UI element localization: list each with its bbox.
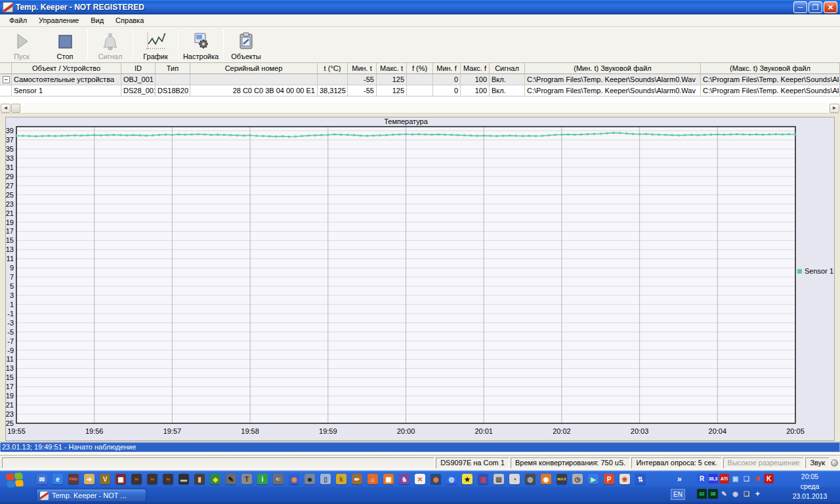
led-temp-38-tray-icon[interactable]: 38 [708,489,718,499]
close-button[interactable]: ✕ [824,1,837,13]
brush-icon[interactable]: ✏ [352,474,362,484]
svg-text:35: 35 [6,145,14,153]
firefox-icon[interactable]: ◉ [430,474,441,484]
menu-control[interactable]: Управление [33,15,84,26]
svg-text:29: 29 [6,173,14,180]
usb-eject-tray-icon[interactable]: ✦ [753,489,763,499]
winrar-icon[interactable]: V [100,474,110,484]
orange-x-icon[interactable]: ✕ [415,474,425,484]
taskbar-clock[interactable]: 20:05 среда 23.01.2013 [782,472,837,502]
restore-button[interactable]: ❐ [808,1,822,13]
kaspersky-tray-icon[interactable]: K [764,474,774,484]
col-f[interactable]: f (%) [407,63,433,74]
internet-explorer-icon[interactable]: e [52,474,63,484]
table-horizontal-scrollbar[interactable]: ◄ ► [0,103,840,114]
scroll-left-arrow[interactable]: ◄ [1,104,10,113]
home-icon[interactable]: ⌂ [368,474,378,484]
ati-tray-icon[interactable]: ATI [719,474,729,484]
presentation-icon[interactable]: P [604,474,614,484]
app-icon [3,2,13,12]
user-icon[interactable]: ☻ [304,474,315,484]
pencil-icon[interactable]: ✎ [226,474,236,484]
temperature-tray-icon[interactable]: 38,3 [708,474,718,484]
log-entry-selected[interactable]: 23.01.13; 19:49:51 - Начато наблюдение [0,442,840,452]
pda-icon[interactable]: ▯ [320,474,331,484]
info-icon[interactable]: i [257,474,268,484]
orange-app-icon[interactable]: ▣ [383,474,394,484]
minimize-button[interactable]: ─ [793,1,807,13]
status-sound-toggle[interactable]: Звук [805,457,830,469]
taskbar-button-temp-keeper[interactable]: Temp. Keeper - NOT ... [36,489,146,502]
battery-icon[interactable]: ▮ [194,474,205,484]
col-max-t-sound[interactable]: (Макс. t) Звуковой файл [701,63,840,74]
table-row-group[interactable]: − Самостоятельные устройства OBJ_001 -55… [0,74,840,85]
col-object[interactable]: Объект / Устройство [12,63,121,74]
sync-arrows-icon[interactable]: ⇅ [635,474,646,484]
command-prompt-icon[interactable]: C: [273,474,284,484]
3dsmax-icon[interactable]: MAX [556,474,567,484]
floppy-save-icon[interactable]: ▥ [478,474,488,484]
menu-view[interactable]: Вид [85,15,109,26]
toolbar-separator [87,29,88,60]
table-row-sensor[interactable]: Sensor 1 DS28_001 DS18B20 28 C0 C0 3B 04… [0,85,840,96]
realplayer-tray-icon[interactable]: R [697,474,707,484]
chart-button[interactable]: График [134,27,177,62]
dark-app-icon-3[interactable]: io [163,474,173,484]
stop-button[interactable]: Стоп [43,27,87,62]
col-min-t[interactable]: Мин. t [348,63,377,74]
collapse-expander[interactable]: − [3,76,10,83]
dark-app-icon-2[interactable]: io [147,474,158,484]
folder-send-icon[interactable]: ➔ [84,474,94,484]
clock-date: 23.01.2013 [782,492,837,501]
svg-text:-17: -17 [6,383,14,390]
chip-black-icon[interactable]: ▬ [178,474,189,484]
network-tray-icon[interactable]: ▣ [730,474,740,484]
col-t[interactable]: t (°C) [318,63,348,74]
settings-button[interactable]: Настройка [179,27,222,62]
scroll-thumb[interactable] [11,104,20,113]
svg-text:21: 21 [6,209,14,217]
start-button-flag-icon[interactable] [6,472,24,489]
col-type[interactable]: Тип [156,63,190,74]
start-button[interactable]: Пуск [0,27,43,62]
svg-text:9: 9 [10,264,14,272]
language-indicator[interactable]: EN [671,489,685,500]
pencil-tray-icon[interactable]: ✎ [719,489,729,499]
objects-button[interactable]: Объекты [224,27,268,62]
folder-tray-icon[interactable]: ❏ [742,489,751,499]
photo-viewer-icon[interactable]: ❀ [620,474,630,484]
dark-app-icon-1[interactable]: io [131,474,142,484]
col-id[interactable]: ID [121,63,156,74]
menu-help[interactable]: Справка [110,15,149,26]
tool-icon[interactable]: T [242,474,252,484]
camera-icon[interactable]: ◉ [541,474,551,484]
volume-tray-icon[interactable]: ◉ [730,489,740,499]
video-camera-icon[interactable]: ◎ [525,474,536,484]
led-temp-32-tray-icon[interactable]: 32 [697,489,707,499]
scroll-right-arrow[interactable]: ► [830,104,839,113]
col-signal[interactable]: Сигнал [490,63,525,74]
keys-icon[interactable]: k [336,474,346,484]
col-serial[interactable]: Серийный номер [190,63,318,74]
volume-muted-tray-icon[interactable]: ✖ [753,474,763,484]
batman-icon[interactable]: ★ [462,474,472,484]
col-max-t[interactable]: Макс. t [377,63,407,74]
color-cube-icon[interactable]: ◆ [210,474,220,484]
png-tool-icon[interactable]: PNG [68,474,79,484]
menu-file[interactable]: Файл [4,15,32,26]
col-min-f[interactable]: Мин. f [433,63,461,74]
outlook-express-icon[interactable]: ✉ [37,474,47,484]
col-max-f[interactable]: Макс. f [461,63,490,74]
clock-tool-icon[interactable]: ◷ [572,474,583,484]
media-player-icon[interactable]: ▶ [588,474,598,484]
chip-red-icon[interactable]: ▦ [116,474,126,484]
purple-creature-icon[interactable]: ♞ [399,474,410,484]
notes-icon[interactable]: ▤ [494,474,504,484]
gauge-icon[interactable]: ◔ [509,474,520,484]
signal-button[interactable]: Сигнал [89,27,132,62]
col-min-t-sound[interactable]: (Мин. t) Звуковой файл [525,63,701,74]
browser-flame-icon[interactable]: ◉ [289,474,299,484]
wireless-tray-icon[interactable]: ❏ [742,474,751,484]
quick-launch-overflow-chevron[interactable]: » [677,474,682,484]
browser-swirl-icon[interactable]: ◎ [446,474,457,484]
